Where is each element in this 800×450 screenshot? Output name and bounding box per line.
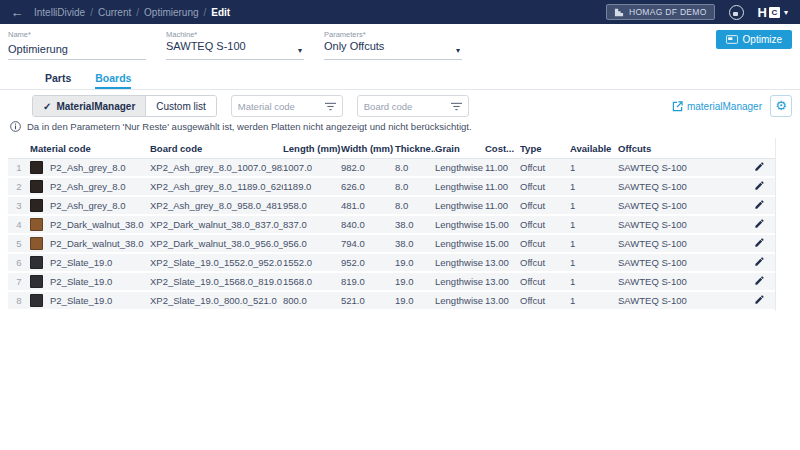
board-code-filter <box>357 95 469 117</box>
optimize-button[interactable]: Optimize <box>716 30 792 49</box>
homag-logo-h: H <box>758 5 767 20</box>
thickness-cell: 38.0 <box>395 238 435 249</box>
edit-row-button[interactable] <box>743 199 776 212</box>
material-code-cell: P2_Slate_19.0 <box>30 256 150 269</box>
materialmanager-link[interactable]: materialManager <box>672 101 762 112</box>
material-swatch <box>30 294 43 307</box>
costs-cell: 11.00 <box>485 181 520 192</box>
table-row[interactable]: 6 P2_Slate_19.0 XP2_Slate_19.0_1552.0_95… <box>8 254 775 273</box>
table-row[interactable]: 1 P2_Ash_grey_8.0 XP2_Ash_grey_8.0_1007.… <box>8 159 775 178</box>
material-code-filter <box>231 95 343 117</box>
header-type[interactable]: Type <box>520 143 570 154</box>
header-costs[interactable]: Cost... <box>485 143 520 154</box>
type-cell: Offcut <box>520 238 570 249</box>
material-code-filter-input[interactable] <box>238 101 322 112</box>
machine-select[interactable]: Machine* SAWTEQ S-100 ▾ <box>166 30 304 60</box>
header-length[interactable]: Length (mm) <box>283 143 341 154</box>
material-code-cell: P2_Ash_grey_8.0 <box>30 199 150 212</box>
header-offcuts[interactable]: Offcuts <box>618 143 743 154</box>
header-thickness[interactable]: Thickne... <box>395 143 435 154</box>
edit-row-button[interactable] <box>743 161 776 174</box>
width-cell: 521.0 <box>341 295 395 306</box>
header-width[interactable]: Width (mm) <box>341 143 395 154</box>
account-menu[interactable]: H C ▾ <box>758 5 788 20</box>
table-row[interactable]: 8 P2_Slate_19.0 XP2_Slate_19.0_800.0_521… <box>8 292 775 311</box>
platform-icon[interactable] <box>729 5 744 20</box>
edit-row-button[interactable] <box>743 237 776 250</box>
edit-row-button[interactable] <box>743 294 776 307</box>
available-cell: 1 <box>570 238 618 249</box>
edit-row-button[interactable] <box>743 275 776 288</box>
machine-select-label: Machine* <box>166 30 304 39</box>
length-cell: 1189.0 <box>283 181 341 192</box>
breadcrumb-intellidivide[interactable]: IntelliDivide <box>34 7 85 18</box>
offcuts-cell: SAWTEQ S-100 <box>618 276 743 287</box>
grain-cell: Lengthwise <box>435 238 485 249</box>
toggle-custom-list[interactable]: Custom list <box>146 96 215 116</box>
optimize-button-label: Optimize <box>743 34 782 45</box>
parameters-select[interactable]: Parameters* Only Offcuts ▾ <box>324 30 462 60</box>
board-code-cell: XP2_Ash_grey_8.0_1189.0_626.0 <box>150 181 283 192</box>
table-row[interactable]: 2 P2_Ash_grey_8.0 XP2_Ash_grey_8.0_1189.… <box>8 178 775 197</box>
tab-boards[interactable]: Boards <box>95 72 131 89</box>
header-material-code[interactable]: Material code <box>30 143 150 154</box>
breadcrumb-edit: Edit <box>211 7 230 18</box>
material-code-value: P2_Ash_grey_8.0 <box>50 181 126 192</box>
edit-row-button[interactable] <box>743 218 776 231</box>
material-code-cell: P2_Slate_19.0 <box>30 275 150 288</box>
board-code-cell: XP2_Ash_grey_8.0_1007.0_982.0 <box>150 162 283 173</box>
table-row[interactable]: 5 P2_Dark_walnut_38.0 XP2_Dark_walnut_38… <box>8 235 775 254</box>
offcuts-cell: SAWTEQ S-100 <box>618 295 743 306</box>
row-number: 1 <box>8 162 30 173</box>
breadcrumb-optimierung[interactable]: Optimierung <box>144 7 198 18</box>
edit-row-button[interactable] <box>743 180 776 193</box>
table-row[interactable]: 4 P2_Dark_walnut_38.0 XP2_Dark_walnut_38… <box>8 216 775 235</box>
material-code-cell: P2_Slate_19.0 <box>30 294 150 307</box>
edit-row-button[interactable] <box>743 256 776 269</box>
tab-parts[interactable]: Parts <box>45 72 71 89</box>
row-number: 8 <box>8 295 30 306</box>
available-cell: 1 <box>570 219 618 230</box>
back-arrow-icon[interactable]: ← <box>0 5 34 20</box>
offcuts-cell: SAWTEQ S-100 <box>618 162 743 173</box>
breadcrumb-current[interactable]: Current <box>98 7 131 18</box>
available-cell: 1 <box>570 257 618 268</box>
material-code-value: P2_Ash_grey_8.0 <box>50 200 126 211</box>
name-input[interactable] <box>8 42 146 55</box>
parameters-notice-text: Da in den Parametern 'Nur Reste' ausgewä… <box>27 121 472 132</box>
grain-cell: Lengthwise <box>435 200 485 211</box>
board-code-filter-input[interactable] <box>364 101 448 112</box>
boards-table: Material code Board code Length (mm) Wid… <box>8 138 776 311</box>
width-cell: 982.0 <box>341 162 395 173</box>
board-code-cell: XP2_Slate_19.0_800.0_521.0 <box>150 295 283 306</box>
length-cell: 1568.0 <box>283 276 341 287</box>
material-swatch <box>30 256 43 269</box>
costs-cell: 15.00 <box>485 219 520 230</box>
job-form: Name* Machine* SAWTEQ S-100 ▾ Parameters… <box>8 30 462 60</box>
board-code-cell: XP2_Slate_19.0_1552.0_952.0 <box>150 257 283 268</box>
length-cell: 1552.0 <box>283 257 341 268</box>
header-grain[interactable]: Grain <box>435 143 485 154</box>
filter-icon[interactable] <box>325 102 336 111</box>
tenant-badge[interactable]: HOMAG DF DEMO <box>606 4 715 20</box>
external-link-icon <box>672 101 683 112</box>
header-available[interactable]: Available <box>570 143 618 154</box>
homag-logo-cube-icon: C <box>769 7 780 18</box>
header-board-code[interactable]: Board code <box>150 143 283 154</box>
topbar-right-group: HOMAG DF DEMO H C ▾ <box>606 4 800 20</box>
thickness-cell: 8.0 <box>395 181 435 192</box>
table-row[interactable]: 7 P2_Slate_19.0 XP2_Slate_19.0_1568.0_81… <box>8 273 775 292</box>
material-code-value: P2_Slate_19.0 <box>50 276 112 287</box>
pencil-icon <box>754 182 765 193</box>
table-row[interactable]: 3 P2_Ash_grey_8.0 XP2_Ash_grey_8.0_958.0… <box>8 197 775 216</box>
toggle-materialmanager[interactable]: ✓ MaterialManager <box>33 96 146 116</box>
table-header-row: Material code Board code Length (mm) Wid… <box>8 138 775 159</box>
length-cell: 1007.0 <box>283 162 341 173</box>
row-number: 5 <box>8 238 30 249</box>
row-number: 2 <box>8 181 30 192</box>
settings-button[interactable]: ⚙ <box>770 95 792 117</box>
available-cell: 1 <box>570 181 618 192</box>
grain-cell: Lengthwise <box>435 276 485 287</box>
available-cell: 1 <box>570 276 618 287</box>
filter-icon[interactable] <box>451 102 462 111</box>
